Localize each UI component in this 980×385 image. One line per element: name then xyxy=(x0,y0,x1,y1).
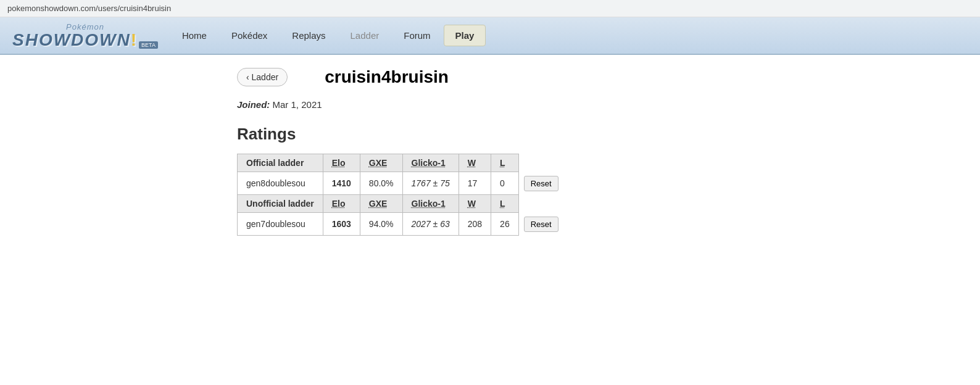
official-row-elo: 1410 xyxy=(323,172,360,195)
official-w-header: W xyxy=(459,154,491,172)
logo-container: Pokémon Showdown! BETA xyxy=(12,22,158,49)
joined-info: Joined: Mar 1, 2021 xyxy=(237,99,743,110)
url-text: pokemonshowdown.com/users/cruisin4bruisi… xyxy=(7,4,171,13)
unofficial-row-elo: 1603 xyxy=(323,213,360,236)
official-row-glicko: 1767 ± 75 xyxy=(402,172,459,195)
address-bar: pokemonshowdown.com/users/cruisin4bruisi… xyxy=(0,0,980,17)
unofficial-row-l: 26 xyxy=(491,213,519,236)
official-reset-cell: Reset xyxy=(518,172,567,195)
unofficial-elo-header: Elo xyxy=(323,195,360,213)
official-reset-button[interactable]: Reset xyxy=(524,176,559,191)
official-glicko-header: Glicko-1 xyxy=(402,154,459,172)
table-row: gen7doublesou 1603 94.0% 2027 ± 63 208 2… xyxy=(238,213,568,236)
ratings-table: Official ladder Elo GXE Glicko-1 W L gen… xyxy=(237,154,568,236)
nav-bar: Home Pokédex Replays Ladder Forum Play xyxy=(170,25,486,46)
unofficial-l-header: L xyxy=(491,195,519,213)
ratings-heading: Ratings xyxy=(237,125,743,144)
unofficial-glicko-header: Glicko-1 xyxy=(402,195,459,213)
page-header-row: ‹ Ladder cruisin4bruisin xyxy=(237,67,743,87)
logo-area: Pokémon Showdown! BETA xyxy=(12,22,158,49)
unofficial-w-header: W xyxy=(459,195,491,213)
official-section-header: Official ladder Elo GXE Glicko-1 W L xyxy=(238,154,568,172)
logo-showdown-text: Showdown! xyxy=(12,31,138,49)
logo-row: Showdown! BETA xyxy=(12,31,158,49)
site-header: Pokémon Showdown! BETA Home Pokédex Repl… xyxy=(0,17,980,55)
unofficial-row-gxe: 94.0% xyxy=(360,213,402,236)
joined-label: Joined: xyxy=(237,99,270,110)
nav-replays[interactable]: Replays xyxy=(280,25,337,46)
unofficial-section-header: Unofficial ladder Elo GXE Glicko-1 W L xyxy=(238,195,568,213)
page-title: cruisin4bruisin xyxy=(325,67,449,87)
unofficial-reset-button[interactable]: Reset xyxy=(524,217,559,232)
official-l-header: L xyxy=(491,154,519,172)
official-elo-header: Elo xyxy=(323,154,360,172)
official-row-ladder: gen8doublesou xyxy=(238,172,323,195)
unofficial-reset-cell: Reset xyxy=(518,213,567,236)
nav-home[interactable]: Home xyxy=(170,25,218,46)
main-content: ‹ Ladder cruisin4bruisin Joined: Mar 1, … xyxy=(212,55,768,248)
unofficial-ladder-label: Unofficial ladder xyxy=(238,195,323,213)
unofficial-gxe-header: GXE xyxy=(360,195,402,213)
official-row-l: 0 xyxy=(491,172,519,195)
nav-forum[interactable]: Forum xyxy=(392,25,442,46)
official-row-gxe: 80.0% xyxy=(360,172,402,195)
official-gxe-header: GXE xyxy=(360,154,402,172)
unofficial-row-glicko: 2027 ± 63 xyxy=(402,213,459,236)
unofficial-row-w: 208 xyxy=(459,213,491,236)
nav-ladder[interactable]: Ladder xyxy=(339,25,391,46)
nav-play[interactable]: Play xyxy=(444,25,486,46)
logo-exclaim: ! xyxy=(131,30,138,49)
table-row: gen8doublesou 1410 80.0% 1767 ± 75 17 0 … xyxy=(238,172,568,195)
joined-date: Mar 1, 2021 xyxy=(273,99,322,110)
back-to-ladder-button[interactable]: ‹ Ladder xyxy=(237,68,288,86)
unofficial-row-ladder: gen7doublesou xyxy=(238,213,323,236)
nav-pokedex[interactable]: Pokédex xyxy=(220,25,279,46)
logo-beta-badge: BETA xyxy=(139,41,158,49)
official-ladder-label: Official ladder xyxy=(238,154,323,172)
official-row-w: 17 xyxy=(459,172,491,195)
